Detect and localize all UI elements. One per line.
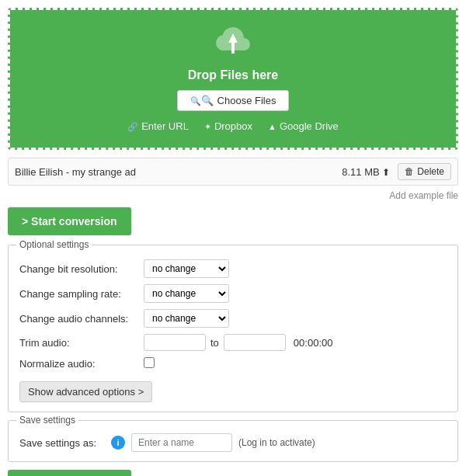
bit-resolution-label: Change bit resolution: <box>19 263 144 275</box>
normalize-checkbox[interactable] <box>144 357 155 368</box>
login-text: (Log in to activate) <box>238 437 315 448</box>
trim-start-input[interactable] <box>144 334 206 351</box>
drop-zone[interactable]: Drop Files here 🔍 Choose Files Enter URL… <box>8 8 458 150</box>
login-link[interactable]: Log in <box>242 437 267 448</box>
start-conversion-button-bottom[interactable]: > Start conversion <box>8 470 131 476</box>
search-icon: 🔍 <box>190 95 214 106</box>
file-size: 8.11 MB ⬆ <box>342 166 390 178</box>
trim-row: to 00:00:00 <box>144 334 447 351</box>
add-example-row: Add example file <box>8 190 458 201</box>
save-settings-label: Save settings as: <box>19 437 105 449</box>
advanced-options-row: Show advanced options > <box>19 378 447 402</box>
optional-settings-box: Optional settings Change bit resolution:… <box>8 245 458 412</box>
save-settings-box: Save settings Save settings as: i (Log i… <box>8 420 458 462</box>
normalize-checkbox-wrap <box>144 357 447 370</box>
enter-url-link[interactable]: Enter URL <box>127 120 189 132</box>
trim-time-label: 00:00:00 <box>294 337 333 349</box>
drop-text: Drop Files here <box>26 68 440 82</box>
file-row: Billie Eilish - my strange ad 8.11 MB ⬆ … <box>8 158 458 186</box>
google-drive-link[interactable]: Google Drive <box>268 120 339 132</box>
link-icon <box>127 120 138 132</box>
settings-grid: Change bit resolution: no change Change … <box>19 259 447 370</box>
audio-channels-label: Change audio channels: <box>19 313 144 325</box>
trim-to-label: to <box>210 337 219 349</box>
trim-end-input[interactable] <box>224 334 286 351</box>
upload-cloud-icon <box>26 26 440 64</box>
audio-channels-select[interactable]: no change <box>144 309 229 328</box>
save-row: Save settings as: i (Log in to activate) <box>19 433 447 452</box>
choose-files-label: Choose Files <box>217 95 276 106</box>
optional-settings-legend: Optional settings <box>16 239 92 250</box>
upload-arrow-icon: ⬆ <box>382 167 390 178</box>
sampling-rate-select[interactable]: no change <box>144 284 229 303</box>
save-name-input[interactable] <box>131 433 232 452</box>
trash-icon: 🗑 <box>405 166 414 177</box>
dropbox-link[interactable]: Dropbox <box>204 120 252 132</box>
drop-links-row: Enter URL Dropbox Google Drive <box>26 120 440 132</box>
trim-audio-label: Trim audio: <box>19 337 144 349</box>
save-settings-legend: Save settings <box>16 415 78 426</box>
start-conversion-top-label: > Start conversion <box>22 215 117 228</box>
sampling-rate-label: Change sampling rate: <box>19 288 144 300</box>
google-drive-icon <box>268 120 276 132</box>
show-advanced-button[interactable]: Show advanced options > <box>19 381 152 402</box>
start-conversion-button-top[interactable]: > Start conversion <box>8 207 131 235</box>
normalize-audio-label: Normalize audio: <box>19 358 144 370</box>
choose-files-button[interactable]: 🔍 Choose Files <box>177 90 290 111</box>
delete-button[interactable]: 🗑 Delete <box>398 163 451 180</box>
info-icon[interactable]: i <box>111 436 125 450</box>
dropbox-icon <box>204 120 211 132</box>
page-wrapper: Drop Files here 🔍 Choose Files Enter URL… <box>0 0 466 476</box>
bit-resolution-select[interactable]: no change <box>144 259 229 278</box>
file-name: Billie Eilish - my strange ad <box>15 166 342 178</box>
